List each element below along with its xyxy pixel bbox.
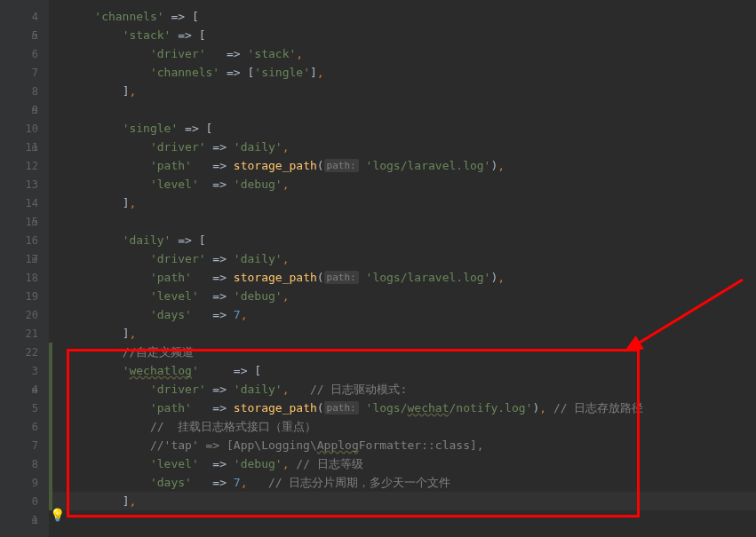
line-number: 14 (0, 193, 49, 212)
line-number: 8 (0, 454, 49, 473)
change-marker (49, 436, 52, 454)
code-line[interactable]: 'stack' => [ (49, 26, 756, 44)
code-line[interactable]: //'tap' => [App\Logging\ApplogFormatter:… (49, 436, 756, 454)
line-number: 9 (0, 473, 49, 492)
code-line[interactable] (49, 212, 756, 231)
code-line[interactable]: 'single' => [ (49, 119, 756, 138)
line-number: 5 (0, 399, 49, 417)
fold-icon[interactable]: ⊟ (32, 255, 41, 264)
line-number: 12 (0, 156, 49, 175)
param-hint: path: (324, 159, 359, 172)
line-number: ⊟9 (0, 100, 49, 119)
code-line[interactable]: 'days' => 7, (49, 305, 756, 324)
line-number: 16 (0, 231, 49, 249)
line-number: ⊟4 (0, 380, 49, 399)
code-line[interactable]: 'level' => 'debug', // 日志等级 (49, 454, 756, 473)
change-marker (49, 399, 52, 417)
code-line[interactable]: ], (49, 82, 756, 100)
code-line[interactable]: // 挂载日志格式接口（重点） (49, 417, 756, 436)
line-number: 20 (0, 305, 49, 324)
code-line[interactable]: 'channels' => [ (49, 7, 756, 26)
line-number: ⊟17 (0, 249, 49, 268)
line-gutter: 4 ⊟5 6 7 8 ⊟9 10 ⊟11 12 13 14 ⊟15 16 ⊟17… (0, 0, 49, 537)
code-editor[interactable]: 4 ⊟5 6 7 8 ⊟9 10 ⊟11 12 13 14 ⊟15 16 ⊟17… (0, 0, 756, 537)
change-marker (49, 473, 52, 492)
code-line[interactable]: 'days' => 7, // 日志分片周期，多少天一个文件 (49, 473, 756, 492)
line-number: ⊟5 (0, 26, 49, 44)
line-number: 18 (0, 268, 49, 287)
code-line[interactable]: ], (49, 324, 756, 343)
code-line[interactable]: 'daily' => [ (49, 231, 756, 249)
fold-icon[interactable]: ⊟ (32, 31, 41, 40)
line-number: 22 (0, 343, 49, 361)
code-line[interactable]: 'path' => storage_path(path: 'logs/wecha… (49, 399, 756, 417)
lightbulb-icon[interactable]: 💡 (50, 508, 65, 522)
line-number: ⊟11 (0, 138, 49, 156)
code-line[interactable]: 'channels' => ['single'], (49, 63, 756, 82)
change-marker (49, 343, 52, 361)
fold-icon[interactable]: ⊟ (32, 385, 41, 394)
change-marker (49, 454, 52, 473)
line-number: 21 (0, 324, 49, 343)
code-line[interactable]: 'driver' => 'daily', // 日志驱动模式: (49, 380, 756, 399)
line-number: 0 (0, 492, 49, 510)
line-number: 6 (0, 44, 49, 63)
param-hint: path: (324, 401, 359, 415)
code-content[interactable]: 'channels' => [ 'stack' => [ 'driver' =>… (49, 0, 756, 537)
line-number: 4 (0, 7, 49, 26)
code-line[interactable]: 'level' => 'debug', (49, 175, 756, 193)
line-number: 10 (0, 119, 49, 138)
change-marker (49, 380, 52, 399)
line-number: 19 (0, 287, 49, 305)
line-number: 6 (0, 417, 49, 436)
code-line[interactable]: 'driver' => 'daily', (49, 138, 756, 156)
line-number: 13 (0, 175, 49, 193)
code-line[interactable]: 'level' => 'debug', (49, 287, 756, 305)
fold-icon[interactable]: ⊟ (32, 143, 41, 152)
fold-end-icon: ⊟ (32, 217, 41, 226)
fold-end-icon: ⊟ (32, 106, 41, 115)
change-marker (49, 361, 52, 380)
code-line[interactable]: ], (49, 492, 756, 510)
param-hint: path: (324, 271, 359, 284)
code-line[interactable]: 'driver' => 'daily', (49, 249, 756, 268)
line-number: 7 (0, 63, 49, 82)
line-number: 8 (0, 82, 49, 100)
code-line[interactable]: ], (49, 193, 756, 212)
code-line[interactable]: //自定义频道 (49, 343, 756, 361)
fold-end-icon: ⊟ (32, 516, 41, 525)
code-line[interactable] (49, 100, 756, 119)
line-number: ⊟1 (0, 510, 49, 529)
code-line[interactable]: 'driver' => 'stack', (49, 44, 756, 63)
line-number: 3 (0, 361, 49, 380)
change-marker (49, 417, 52, 436)
line-number: 7 (0, 436, 49, 454)
code-line[interactable] (49, 510, 756, 529)
code-line[interactable]: 'path' => storage_path(path: 'logs/larav… (49, 156, 756, 175)
code-line[interactable]: 'path' => storage_path(path: 'logs/larav… (49, 268, 756, 287)
line-number: ⊟15 (0, 212, 49, 231)
code-line[interactable]: 'wechatlog' => [ (49, 361, 756, 380)
